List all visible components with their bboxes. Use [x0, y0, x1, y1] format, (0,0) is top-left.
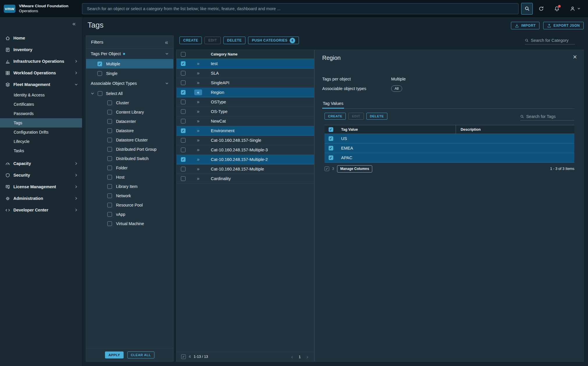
checkbox[interactable] — [107, 128, 112, 133]
sidebar-item-home[interactable]: Home — [0, 32, 82, 44]
filter-option[interactable]: Cluster — [86, 98, 173, 107]
delete-category-button[interactable]: DELETE — [223, 37, 245, 44]
sidebar-item-tasks[interactable]: Tasks — [0, 146, 82, 155]
checkbox[interactable] — [107, 101, 112, 105]
filter-option[interactable]: Content Library — [86, 107, 173, 117]
category-row[interactable]: OS-Type — [177, 107, 314, 116]
edit-category-button[interactable]: EDIT — [204, 37, 220, 44]
row-checkbox[interactable] — [181, 138, 186, 143]
open-detail-icon[interactable] — [197, 176, 199, 181]
row-checkbox[interactable] — [181, 61, 186, 66]
filter-option[interactable]: Distributed Switch — [86, 154, 173, 163]
category-row[interactable]: Environment — [177, 126, 314, 136]
tags-per-object-section[interactable]: Tags Per Object — [86, 49, 173, 59]
category-row[interactable]: Region — [177, 88, 314, 97]
sidebar-item-inventory[interactable]: Inventory — [0, 44, 82, 55]
sidebar-item-workload-operations[interactable]: Workload Operations — [0, 67, 82, 79]
sidebar-item-capacity[interactable]: Capacity — [0, 158, 82, 169]
clear-all-button[interactable]: CLEAR ALL — [127, 351, 154, 358]
filter-option[interactable]: Virtual Machine — [86, 219, 173, 228]
filter-select-all[interactable]: Select All — [86, 89, 173, 98]
close-detail-icon[interactable] — [194, 89, 202, 95]
notifications-button[interactable] — [554, 6, 560, 11]
refresh-button[interactable] — [539, 6, 544, 11]
checkbox[interactable] — [107, 110, 112, 114]
category-row[interactable]: test — [177, 59, 314, 69]
checkbox[interactable] — [97, 71, 102, 76]
sidebar-item-passwords[interactable]: Passwords — [0, 109, 82, 118]
checkbox[interactable] — [98, 91, 102, 96]
checkbox[interactable] — [107, 166, 112, 170]
checkbox[interactable] — [107, 203, 112, 207]
push-categories-button[interactable]: PUSH CATEGORIES 4 — [248, 37, 299, 44]
category-row[interactable]: Cat-10.160.248.157-Multiple-3 — [177, 145, 314, 155]
tab-tag-values[interactable]: Tag Values — [322, 99, 344, 109]
row-checkbox[interactable] — [329, 136, 333, 141]
previous-page-button[interactable] — [291, 354, 293, 359]
row-checkbox[interactable] — [181, 176, 186, 181]
category-row[interactable]: Cat-10.160.248.157-Multiple-2 — [177, 155, 314, 164]
edit-tag-button[interactable]: EDIT — [348, 113, 364, 120]
import-button[interactable]: IMPORT — [511, 22, 539, 29]
filter-option[interactable]: Resource Pool — [86, 200, 173, 210]
checkbox[interactable] — [107, 221, 112, 226]
close-detail-button[interactable] — [573, 53, 577, 60]
global-search-input[interactable] — [82, 3, 518, 14]
manage-columns-button[interactable]: Manage Columns — [337, 165, 372, 173]
global-search-button[interactable] — [521, 3, 533, 15]
checkbox[interactable] — [107, 184, 112, 189]
sidebar-item-developer-center[interactable]: Developer Center — [0, 204, 82, 216]
delete-tag-button[interactable]: DELETE — [366, 113, 387, 120]
checkbox[interactable] — [107, 147, 112, 152]
filter-option[interactable]: Datastore Cluster — [86, 135, 173, 145]
open-detail-icon[interactable] — [197, 138, 199, 143]
row-checkbox[interactable] — [181, 90, 186, 95]
open-detail-icon[interactable] — [197, 71, 199, 76]
associable-object-types-section[interactable]: Associable Object Types — [86, 78, 173, 89]
collapse-filters-button[interactable] — [165, 39, 168, 45]
sidebar-item-tags[interactable]: Tags — [0, 118, 82, 128]
sidebar-item-lifecycle[interactable]: Lifecycle — [0, 137, 82, 146]
expand-caret-icon[interactable] — [91, 92, 94, 95]
filter-option[interactable]: Library Item — [86, 182, 173, 191]
category-row[interactable]: NewCat — [177, 116, 314, 126]
row-checkbox[interactable] — [181, 167, 186, 171]
category-row[interactable]: Cardinality — [177, 174, 314, 184]
create-category-button[interactable]: CREATE — [179, 37, 202, 44]
export-json-button[interactable]: EXPORT JSON — [543, 22, 584, 29]
sidebar-item-certificates[interactable]: Certificates — [0, 100, 82, 109]
filter-option[interactable]: Network — [86, 191, 173, 200]
filter-option-single[interactable]: Single — [86, 69, 173, 78]
row-checkbox[interactable] — [181, 71, 186, 76]
checkbox[interactable] — [107, 156, 112, 161]
open-detail-icon[interactable] — [197, 157, 199, 162]
user-menu-button[interactable] — [570, 6, 580, 11]
checkbox[interactable] — [107, 175, 112, 180]
filter-option[interactable]: Host — [86, 173, 173, 182]
open-detail-icon[interactable] — [197, 80, 199, 85]
row-checkbox[interactable] — [329, 146, 333, 150]
row-checkbox[interactable] — [181, 109, 186, 114]
row-checkbox[interactable] — [329, 155, 333, 160]
checkbox[interactable] — [107, 119, 112, 124]
row-checkbox[interactable] — [181, 157, 186, 162]
category-row[interactable]: SLA — [177, 69, 314, 78]
filter-option-multiple[interactable]: Multiple — [86, 59, 173, 69]
checkbox[interactable] — [97, 62, 102, 66]
row-checkbox[interactable] — [181, 128, 186, 133]
sidebar-item-security[interactable]: Security — [0, 169, 82, 181]
row-checkbox[interactable] — [181, 148, 186, 152]
sidebar-item-configuration-drifts[interactable]: Configuration Drifts — [0, 128, 82, 137]
filter-option[interactable]: Distributed Port Group — [86, 145, 173, 154]
category-row[interactable]: Cat-10.160.248.157-Multiple — [177, 164, 314, 174]
category-row[interactable]: Cat-10.160.248.157-Single — [177, 136, 314, 145]
select-all-checkbox[interactable] — [181, 52, 186, 57]
checkbox[interactable] — [107, 212, 112, 217]
sidebar-item-fleet-management[interactable]: Fleet Management — [0, 79, 82, 90]
tag-search-input[interactable] — [526, 114, 574, 119]
open-detail-icon[interactable] — [197, 100, 199, 104]
category-search-input[interactable] — [531, 38, 575, 43]
apply-button[interactable]: APPLY — [105, 351, 124, 358]
sidebar-item-identity-access[interactable]: Identity & Access — [0, 90, 82, 100]
row-checkbox[interactable] — [181, 80, 186, 85]
